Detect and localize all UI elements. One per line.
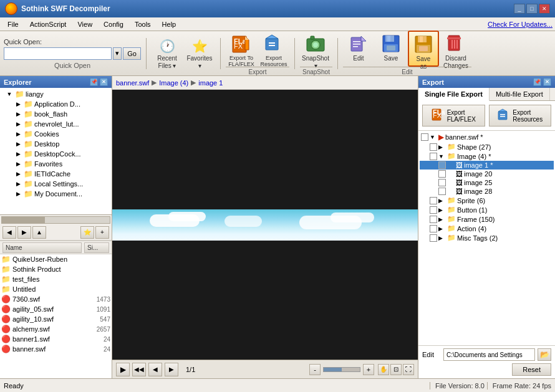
etree-checkbox[interactable] bbox=[438, 170, 446, 178]
expand-icon[interactable]: ▶ bbox=[14, 150, 22, 158]
close-button[interactable]: ✕ bbox=[539, 4, 550, 14]
expand-icon[interactable]: ▶ bbox=[438, 144, 446, 150]
snapshot-button[interactable]: SnapShot ▾ bbox=[300, 31, 331, 67]
etree-checkbox[interactable] bbox=[430, 206, 437, 214]
frame-forward-button[interactable]: ▶ bbox=[165, 363, 178, 376]
tab-single-file-export[interactable]: Single File Export bbox=[418, 88, 490, 101]
explorer-pin-button[interactable]: 📌 bbox=[90, 78, 98, 86]
list-item[interactable]: 🔴 alchemy.swf 2657 bbox=[0, 324, 112, 334]
expand-icon[interactable]: ▶ bbox=[14, 120, 22, 128]
reset-button[interactable]: Reset bbox=[512, 363, 551, 376]
breadcrumb-item-image1[interactable]: image 1 bbox=[198, 79, 223, 87]
export-pin-button[interactable]: 📌 bbox=[533, 78, 541, 86]
breadcrumb-item-swf[interactable]: banner.swf bbox=[116, 79, 149, 87]
etree-checkbox[interactable] bbox=[438, 179, 446, 186]
etree-checkbox[interactable] bbox=[430, 216, 437, 223]
list-item[interactable]: 🔴 7360.swf 1473 bbox=[0, 294, 112, 304]
zoom-out-button[interactable]: - bbox=[309, 364, 321, 375]
list-item[interactable]: 🔴 banner1.swf 24 bbox=[0, 334, 112, 344]
check-for-updates-link[interactable]: Check For Updates... bbox=[488, 21, 553, 28]
maximize-button[interactable]: □ bbox=[526, 4, 538, 14]
etree-item-banner-swf[interactable]: ▼ ▶ banner.swf * bbox=[420, 132, 554, 142]
etree-checkbox[interactable] bbox=[421, 133, 428, 141]
tab-multi-file-export[interactable]: Multi-file Export bbox=[490, 88, 550, 100]
menu-actionscript[interactable]: ActionScript bbox=[25, 19, 72, 29]
size-column-header[interactable]: Si... bbox=[84, 242, 109, 253]
nav-up-button[interactable]: ▲ bbox=[32, 226, 46, 239]
export-close-button[interactable]: ✕ bbox=[543, 78, 551, 86]
expand-icon[interactable]: ▼ bbox=[5, 90, 14, 98]
expand-icon[interactable]: ▶ bbox=[438, 226, 446, 232]
play-button[interactable]: ▶ bbox=[116, 363, 130, 376]
name-column-header[interactable]: Name bbox=[2, 242, 82, 253]
etree-item-image1[interactable]: 🖼 image 1 * bbox=[420, 161, 554, 170]
browse-button[interactable]: 📂 bbox=[538, 348, 551, 361]
etree-item-image25[interactable]: 🖼 image 25 bbox=[420, 178, 554, 187]
menu-config[interactable]: Config bbox=[99, 19, 128, 29]
etree-item-shape[interactable]: ▶ 📁 Shape (27) bbox=[420, 142, 554, 151]
tree-item-application[interactable]: ▶ 📁 Application D... bbox=[1, 99, 110, 109]
list-item[interactable]: 📁 Untitled bbox=[0, 284, 112, 294]
tree-item-my-documents[interactable]: ▶ 📁 My Document... bbox=[1, 189, 110, 199]
nav-add-button[interactable]: + bbox=[95, 226, 109, 239]
etree-checkbox[interactable] bbox=[438, 188, 446, 195]
etree-item-sprite[interactable]: ▶ 📁 Sprite (6) bbox=[420, 196, 554, 205]
export-tree[interactable]: ▼ ▶ banner.swf * ▶ 📁 Shape (27) ▼ 📁 Imag… bbox=[418, 131, 555, 345]
go-button[interactable]: Go bbox=[123, 47, 141, 60]
expand-icon[interactable]: ▶ bbox=[14, 100, 22, 108]
edit-path-input[interactable] bbox=[443, 348, 535, 361]
expand-icon[interactable]: ▼ bbox=[438, 153, 446, 160]
list-item[interactable]: 🔴 agility_10.swf 547 bbox=[0, 314, 112, 324]
etree-item-image20[interactable]: 🖼 image 20 bbox=[420, 170, 554, 178]
etree-checkbox[interactable] bbox=[430, 197, 437, 204]
tree-item-cookies[interactable]: ▶ 📁 Cookies bbox=[1, 129, 110, 139]
export-resources-action-button[interactable]: ExportResources bbox=[489, 105, 552, 127]
etree-checkbox[interactable] bbox=[430, 143, 437, 151]
tree-item-desktopclock[interactable]: ▶ 📁 DesktopCock... bbox=[1, 149, 110, 159]
fit-icon[interactable]: ⊡ bbox=[390, 364, 402, 375]
expand-icon[interactable]: ▶ bbox=[14, 140, 22, 148]
tree-item-favorites[interactable]: ▶ 📁 Favorites bbox=[1, 159, 110, 169]
etree-item-frame[interactable]: ▶ 📁 Frame (150) bbox=[420, 214, 554, 224]
etree-item-action[interactable]: ▶ 📁 Action (4) bbox=[420, 224, 554, 233]
explorer-close-button[interactable]: ✕ bbox=[100, 78, 108, 86]
folder-tree[interactable]: ▼ 📁 liangy ▶ 📁 Application D... ▶ 📁 book… bbox=[0, 88, 112, 214]
list-item[interactable]: 🔴 banner.swf 24 bbox=[0, 344, 112, 354]
fullscreen-icon[interactable]: ⛶ bbox=[403, 364, 414, 375]
expand-icon[interactable]: ▼ bbox=[430, 134, 437, 140]
zoom-slider[interactable] bbox=[323, 367, 360, 372]
menu-tools[interactable]: Tools bbox=[130, 19, 156, 29]
expand-icon[interactable]: ▶ bbox=[14, 179, 22, 188]
tree-item-chevrolet[interactable]: ▶ 📁 chevrolet_lut... bbox=[1, 119, 110, 129]
export-resources-button[interactable]: ExportResources bbox=[258, 31, 289, 67]
expand-icon[interactable]: ▶ bbox=[438, 207, 446, 213]
expand-icon[interactable]: ▶ bbox=[14, 170, 22, 178]
titlebar-controls[interactable]: _ □ ✕ bbox=[514, 4, 550, 14]
expand-icon[interactable]: ▶ bbox=[438, 235, 446, 241]
export-fla-button[interactable]: FLa FX Export ToFLA/FLEX bbox=[226, 31, 257, 67]
list-item[interactable]: 📁 test_files bbox=[0, 274, 112, 284]
expand-icon[interactable]: ▶ bbox=[14, 110, 22, 118]
recent-files-button[interactable]: 🕐 RecentFiles ▾ bbox=[152, 36, 183, 72]
expand-icon[interactable]: ▶ bbox=[14, 189, 22, 198]
zoom-in-button[interactable]: + bbox=[363, 364, 374, 375]
nav-forward-button[interactable]: ▶ bbox=[17, 226, 31, 239]
nav-back-button[interactable]: ◀ bbox=[2, 226, 16, 239]
tree-item-local-settings[interactable]: ▶ 📁 Local Settings... bbox=[1, 179, 110, 189]
minimize-button[interactable]: _ bbox=[514, 4, 525, 14]
save-button[interactable]: Save bbox=[375, 31, 407, 67]
quick-open-input[interactable] bbox=[4, 47, 112, 60]
etree-item-image28[interactable]: 🖼 image 28 bbox=[420, 187, 554, 196]
etree-checkbox[interactable] bbox=[438, 161, 446, 169]
tree-scrollbar[interactable] bbox=[0, 214, 112, 224]
explorer-controls[interactable]: 📌 ✕ bbox=[90, 78, 108, 86]
export-panel-controls[interactable]: 📌 ✕ bbox=[533, 78, 551, 86]
rewind-button[interactable]: ◀◀ bbox=[132, 363, 146, 376]
tree-item-desktop[interactable]: ▶ 📁 Desktop bbox=[1, 139, 110, 149]
tree-item-book-flash[interactable]: ▶ 📁 book_flash bbox=[1, 109, 110, 119]
tree-item-ietidcache[interactable]: ▶ 📁 IETIdCache bbox=[1, 169, 110, 179]
favorites-button[interactable]: ⭐ Favorites ▾ bbox=[184, 36, 215, 72]
menu-view[interactable]: View bbox=[72, 19, 97, 29]
etree-checkbox[interactable] bbox=[430, 225, 437, 232]
save-as-button[interactable]: Saveas bbox=[408, 31, 439, 67]
